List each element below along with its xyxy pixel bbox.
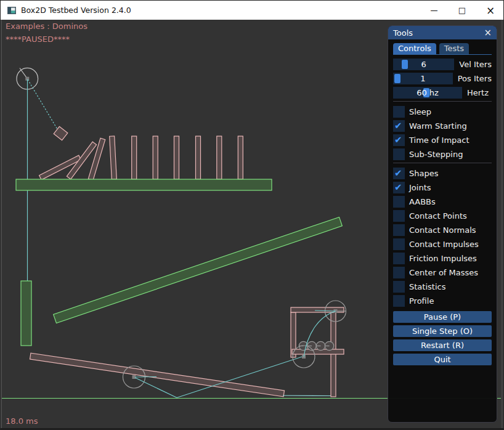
separator — [393, 163, 492, 163]
pause-p-button[interactable]: Pause (P) — [393, 311, 492, 323]
slider-row: 60 hzHertz — [393, 87, 492, 99]
app-icon — [7, 6, 16, 15]
checkbox-box[interactable] — [393, 295, 405, 307]
standing-dominos — [110, 136, 243, 179]
tab-tests[interactable]: Tests — [439, 43, 469, 54]
slider-label: Hertz — [467, 88, 489, 97]
close-button[interactable]: × — [476, 1, 504, 20]
checkbox-label[interactable]: Time of Impact — [409, 134, 469, 146]
app-window: Box2D Testbed Version 2.4.0 — □ × — [0, 0, 504, 430]
checkbox-row-warm-starting[interactable]: ✔Warm Starting — [393, 120, 492, 132]
checkbox-label[interactable]: Warm Starting — [409, 120, 467, 132]
example-label: Examples : Dominos — [6, 22, 87, 31]
slider-row: 6Vel Iters — [393, 59, 492, 70]
slider-value: 1 — [393, 73, 453, 84]
checkbox-row-contact-impulses[interactable]: Contact Impulses — [393, 238, 492, 250]
tab-controls[interactable]: Controls — [393, 43, 436, 54]
checkbox-row-contact-points[interactable]: Contact Points — [393, 210, 492, 222]
checkbox-box[interactable] — [393, 196, 405, 208]
window-edge-left — [1, 20, 2, 430]
cart-frame — [291, 307, 344, 397]
checkbox-label[interactable]: Statistics — [409, 281, 445, 293]
slider-hertz[interactable]: 60 hz — [393, 87, 462, 99]
checkbox-box[interactable] — [393, 106, 405, 118]
tools-panel-titlebar[interactable]: Tools × — [388, 26, 497, 39]
checkbox-group-0: Sleep✔Warm Starting✔Time of ImpactSub-St… — [393, 106, 492, 160]
window-titlebar[interactable]: Box2D Testbed Version 2.4.0 — □ × — [1, 1, 504, 20]
checkbox-box[interactable] — [393, 253, 405, 264]
slider-pos-iters[interactable]: 1 — [393, 73, 453, 84]
restart-r-button[interactable]: Restart (R) — [393, 339, 492, 351]
pendulum-bob — [54, 126, 68, 140]
tall-pillar — [21, 281, 31, 346]
tools-panel: Tools × ControlsTests 6Vel Iters1Pos Ite… — [388, 25, 497, 423]
check-icon: ✔ — [394, 134, 402, 146]
checkbox-box[interactable]: ✔ — [393, 134, 405, 146]
checkbox-box[interactable] — [393, 281, 405, 293]
checkbox-row-profile[interactable]: Profile — [393, 295, 492, 307]
checkbox-row-sub-stepping[interactable]: Sub-Stepping — [393, 148, 492, 160]
single-step-o-button[interactable]: Single Step (O) — [393, 325, 492, 337]
checkbox-group-1: ✔Shapes✔JointsAABBsContact PointsContact… — [393, 168, 492, 307]
fallen-dominos — [39, 138, 105, 180]
quit-button[interactable]: Quit — [393, 354, 492, 365]
checkbox-box[interactable]: ✔ — [393, 168, 405, 179]
slider-vel-iters[interactable]: 6 — [393, 59, 454, 70]
slider-list: 6Vel Iters1Pos Iters60 hzHertz — [393, 59, 492, 99]
pendulum-joint-line — [28, 79, 59, 131]
checkbox-label[interactable]: AABBs — [409, 196, 436, 208]
check-icon: ✔ — [394, 120, 402, 132]
checkbox-label[interactable]: Profile — [409, 295, 434, 307]
checkbox-label[interactable]: Sub-Stepping — [409, 148, 463, 160]
minimize-button[interactable]: — — [420, 1, 448, 20]
slider-label: Vel Iters — [459, 60, 492, 69]
checkbox-box[interactable] — [393, 210, 405, 222]
checkbox-label[interactable]: Friction Impulses — [409, 253, 477, 264]
checkbox-row-friction-impulses[interactable]: Friction Impulses — [393, 253, 492, 264]
maximize-button[interactable]: □ — [448, 1, 476, 20]
checkbox-label[interactable]: Sleep — [409, 106, 431, 118]
checkbox-box[interactable] — [393, 224, 405, 236]
checkbox-row-time-of-impact[interactable]: ✔Time of Impact — [393, 134, 492, 146]
tools-panel-title: Tools — [393, 28, 413, 38]
paused-label: ****PAUSED**** — [6, 34, 70, 44]
checkbox-label[interactable]: Joints — [409, 182, 431, 193]
window-edge-right — [501, 20, 504, 430]
checkbox-label[interactable]: Contact Points — [409, 210, 467, 222]
checkbox-box[interactable] — [393, 267, 405, 278]
tools-close-icon[interactable]: × — [484, 28, 492, 38]
checkbox-box[interactable]: ✔ — [393, 182, 405, 193]
button-list: Pause (P)Single Step (O)Restart (R)Quit — [393, 311, 492, 365]
check-icon: ✔ — [394, 182, 402, 193]
slider-row: 1Pos Iters — [393, 73, 492, 84]
tab-bar: ControlsTests — [393, 43, 492, 55]
slider-label: Pos Iters — [458, 74, 492, 83]
checkbox-box[interactable] — [393, 148, 405, 160]
slider-value: 6 — [393, 59, 454, 70]
checkbox-label[interactable]: Shapes — [409, 168, 438, 179]
checkbox-box[interactable] — [393, 238, 405, 250]
checkbox-box[interactable]: ✔ — [393, 120, 405, 132]
checkbox-label[interactable]: Center of Masses — [409, 267, 478, 278]
domino-shelf — [16, 179, 272, 190]
checkbox-row-sleep[interactable]: Sleep — [393, 106, 492, 118]
checkbox-label[interactable]: Contact Impulses — [409, 238, 479, 250]
checkbox-row-center-of-masses[interactable]: Center of Masses — [393, 267, 492, 278]
checkbox-row-aabbs[interactable]: AABBs — [393, 196, 492, 208]
checkbox-row-shapes[interactable]: ✔Shapes — [393, 168, 492, 179]
checkbox-row-statistics[interactable]: Statistics — [393, 281, 492, 293]
checkbox-row-joints[interactable]: ✔Joints — [393, 182, 492, 193]
checkbox-label[interactable]: Contact Normals — [409, 224, 476, 236]
window-title: Box2D Testbed Version 2.4.0 — [21, 6, 131, 15]
check-icon: ✔ — [394, 168, 402, 179]
frame-time-label: 18.0 ms — [6, 416, 38, 426]
slider-value: 60 hz — [393, 87, 462, 99]
checkbox-row-contact-normals[interactable]: Contact Normals — [393, 224, 492, 236]
separator — [393, 101, 492, 102]
